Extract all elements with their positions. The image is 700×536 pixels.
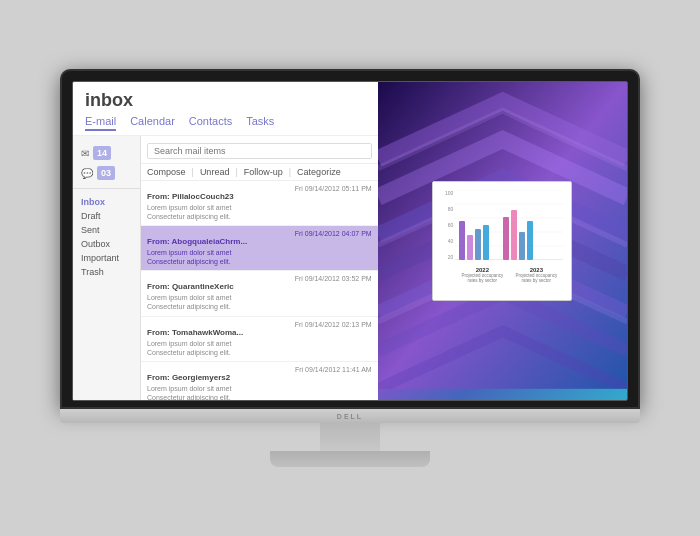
- email-list: From: PillalocCouch23 Fri 09/14/2012 05:…: [141, 181, 378, 400]
- email-date: Fri 09/14/2012 05:11 PM: [295, 185, 372, 192]
- mail-icon: ✉: [81, 148, 89, 159]
- chat-badge: 03: [97, 166, 115, 180]
- email-date: Fri 09/14/2012 03:52 PM: [295, 275, 372, 282]
- nav-tabs: E-mail Calendar Contacts Tasks: [85, 115, 366, 131]
- email-from: From: AbogqualeiaChrm...: [147, 237, 247, 246]
- followup-button[interactable]: Follow-up: [244, 167, 283, 177]
- email-date: Fri 09/14/2012 04:07 PM: [295, 230, 372, 237]
- badge-row-chat: 💬 03: [81, 166, 132, 180]
- tab-tasks[interactable]: Tasks: [246, 115, 274, 131]
- chart-area: 100 80 60 40 20: [441, 190, 563, 265]
- email-panel: inbox E-mail Calendar Contacts Tasks ✉: [73, 82, 378, 400]
- deco-panel: 100 80 60 40 20: [378, 82, 627, 400]
- chart-x-labels: 2022 Projected occupancyrates by sector …: [441, 267, 563, 284]
- email-item[interactable]: From: PillalocCouch23 Fri 09/14/2012 05:…: [141, 181, 378, 226]
- email-actions: Compose | Unread | Follow-up | Categoriz…: [141, 164, 378, 181]
- monitor-bezel: inbox E-mail Calendar Contacts Tasks ✉: [60, 69, 640, 409]
- categorize-button[interactable]: Categorize: [297, 167, 341, 177]
- sidebar: ✉ 14 💬 03 Inbox Draft Sent Outbox: [73, 136, 141, 400]
- sidebar-item-important[interactable]: Important: [73, 251, 140, 265]
- svg-rect-10: [483, 225, 489, 260]
- sidebar-badges: ✉ 14 💬 03: [73, 142, 140, 189]
- brand-label: DELL: [337, 413, 363, 420]
- monitor-screen: inbox E-mail Calendar Contacts Tasks ✉: [72, 81, 628, 401]
- email-item[interactable]: From: Georgiemyers2 Fri 09/14/2012 11:41…: [141, 362, 378, 400]
- monitor: inbox E-mail Calendar Contacts Tasks ✉: [50, 69, 650, 467]
- mail-badge: 14: [93, 146, 111, 160]
- inbox-title: inbox: [85, 90, 366, 111]
- chat-icon: 💬: [81, 168, 93, 179]
- svg-rect-11: [503, 217, 509, 260]
- tab-email[interactable]: E-mail: [85, 115, 116, 131]
- badge-row-mail: ✉ 14: [81, 146, 132, 160]
- email-preview: Lorem ipsum dolor sit ametConsectetur ad…: [147, 384, 372, 400]
- svg-rect-9: [475, 229, 481, 260]
- chart-grid-svg: [455, 190, 563, 260]
- sidebar-item-outbox[interactable]: Outbox: [73, 237, 140, 251]
- svg-rect-14: [527, 221, 533, 260]
- sidebar-item-sent[interactable]: Sent: [73, 223, 140, 237]
- sidebar-item-draft[interactable]: Draft: [73, 209, 140, 223]
- compose-button[interactable]: Compose: [147, 167, 186, 177]
- search-input[interactable]: [147, 143, 372, 159]
- email-item-selected[interactable]: From: AbogqualeiaChrm... Fri 09/14/2012 …: [141, 226, 378, 271]
- sidebar-item-trash[interactable]: Trash: [73, 265, 140, 279]
- tab-contacts[interactable]: Contacts: [189, 115, 232, 131]
- svg-rect-7: [459, 221, 465, 260]
- chart-box: 100 80 60 40 20: [432, 181, 572, 301]
- email-date: Fri 09/14/2012 02:13 PM: [295, 321, 372, 328]
- chart-label-2023: 2023 Projected occupancyrates by sector: [515, 267, 557, 284]
- email-item[interactable]: From: TomahawkWoma... Fri 09/14/2012 02:…: [141, 317, 378, 362]
- email-header: inbox E-mail Calendar Contacts Tasks: [73, 82, 378, 136]
- tab-calendar[interactable]: Calendar: [130, 115, 175, 131]
- monitor-bottom-bar: DELL: [60, 409, 640, 423]
- y-axis: 100 80 60 40 20: [441, 190, 453, 260]
- email-preview: Lorem ipsum dolor sit ametConsectetur ad…: [147, 339, 372, 357]
- email-date: Fri 09/14/2012 11:41 AM: [295, 366, 372, 373]
- chart-label-2022: 2022 Projected occupancyrates by sector: [461, 267, 503, 284]
- email-from: From: TomahawkWoma...: [147, 328, 243, 337]
- sidebar-item-inbox[interactable]: Inbox: [73, 195, 140, 209]
- svg-rect-8: [467, 235, 473, 260]
- email-preview: Lorem ipsum dolor sit ametConsectetur ad…: [147, 293, 372, 311]
- monitor-stand-neck: [320, 423, 380, 451]
- unread-button[interactable]: Unread: [200, 167, 230, 177]
- email-body: ✉ 14 💬 03 Inbox Draft Sent Outbox: [73, 136, 378, 400]
- search-bar[interactable]: [141, 136, 378, 164]
- email-content: Compose | Unread | Follow-up | Categoriz…: [141, 136, 378, 400]
- email-from: From: PillalocCouch23: [147, 192, 234, 201]
- svg-rect-13: [519, 232, 525, 260]
- email-from: From: Georgiemyers2: [147, 373, 230, 382]
- email-preview: Lorem ipsum dolor sit ametConsectetur ad…: [147, 248, 372, 266]
- email-preview: Lorem ipsum dolor sit ametConsectetur ad…: [147, 203, 372, 221]
- svg-rect-12: [511, 210, 517, 260]
- monitor-stand-base: [270, 451, 430, 467]
- email-from: From: QuarantineXeric: [147, 282, 234, 291]
- email-item[interactable]: From: QuarantineXeric Fri 09/14/2012 03:…: [141, 271, 378, 316]
